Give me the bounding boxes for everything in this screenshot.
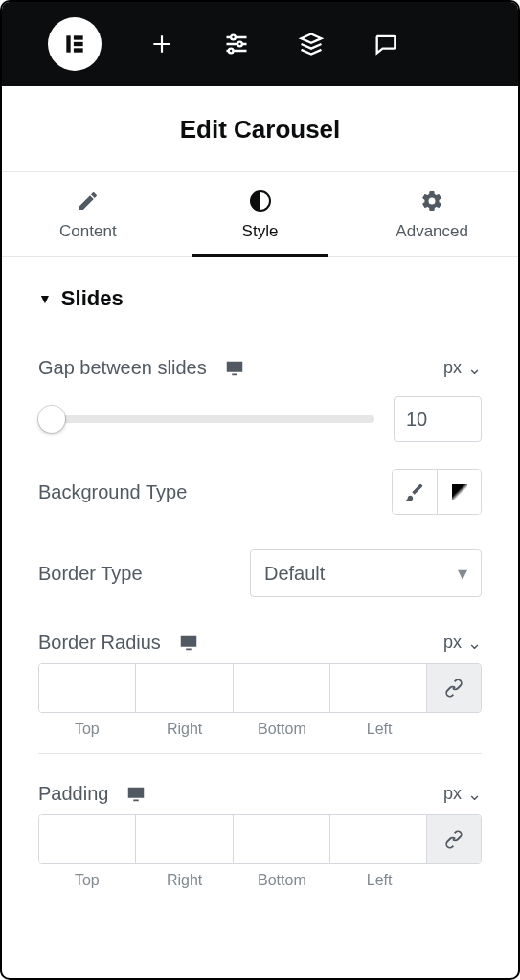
brush-icon	[404, 481, 425, 502]
gap-unit-select[interactable]: px ⌄	[443, 358, 482, 379]
border-radius-unit-select[interactable]: px ⌄	[443, 633, 482, 654]
gradient-icon	[452, 484, 467, 500]
svg-rect-0	[66, 35, 70, 52]
desktop-icon[interactable]	[125, 784, 147, 805]
side-label: Left	[330, 872, 428, 889]
padding-link-button[interactable]	[427, 815, 481, 863]
border-radius-top[interactable]	[39, 664, 135, 712]
half-circle-icon	[249, 189, 272, 212]
tab-label: Style	[242, 222, 279, 241]
svg-rect-2	[74, 42, 83, 46]
separator	[38, 753, 482, 754]
padding-bottom[interactable]	[234, 815, 329, 863]
unit-label: px	[443, 358, 462, 378]
chevron-down-icon: ⌄	[467, 784, 482, 805]
svg-point-5	[231, 35, 236, 40]
svg-rect-1	[74, 35, 83, 39]
svg-point-7	[237, 42, 242, 47]
gap-row: Gap between slides px ⌄	[38, 340, 482, 396]
gap-label: Gap between slides	[38, 357, 207, 379]
side-label: Right	[136, 721, 234, 738]
pencil-icon	[77, 189, 100, 212]
padding-side-labels: Top Right Bottom Left	[38, 872, 482, 889]
link-icon	[443, 678, 464, 699]
padding-label: Padding	[38, 783, 108, 805]
bg-type-row: Background Type	[38, 452, 482, 532]
padding-inputs	[38, 814, 482, 864]
desktop-icon[interactable]	[224, 358, 245, 379]
elementor-logo[interactable]	[48, 17, 102, 71]
gap-slider[interactable]	[38, 405, 374, 434]
padding-right[interactable]	[136, 815, 232, 863]
border-type-row: Border Type Default ▾	[38, 532, 482, 614]
chat-icon[interactable]	[372, 30, 400, 58]
side-label: Top	[38, 872, 136, 889]
padding-top[interactable]	[39, 815, 135, 863]
tab-advanced[interactable]: Advanced	[346, 172, 518, 256]
desktop-icon[interactable]	[178, 633, 199, 654]
tab-content[interactable]: Content	[2, 172, 174, 256]
border-radius-bottom[interactable]	[234, 664, 329, 712]
tab-label: Advanced	[396, 222, 468, 241]
unit-label: px	[443, 784, 462, 804]
panel-body: ▼ Slides Gap between slides px ⌄ Backgro…	[2, 257, 518, 933]
side-label: Top	[38, 721, 136, 738]
border-radius-side-labels: Top Right Bottom Left	[38, 721, 482, 738]
border-radius-inputs	[38, 663, 482, 713]
side-label: Left	[330, 721, 428, 738]
padding-row: Padding px ⌄	[38, 766, 482, 811]
chevron-down-icon: ▾	[458, 562, 467, 585]
gap-value-input[interactable]	[394, 396, 482, 442]
side-label: Bottom	[234, 721, 331, 738]
bg-type-group	[392, 469, 482, 515]
tabs: Content Style Advanced	[2, 171, 518, 257]
gear-icon	[420, 189, 443, 212]
gap-slider-row	[38, 396, 482, 442]
svg-point-9	[229, 49, 234, 54]
border-type-select[interactable]: Default ▾	[250, 549, 482, 597]
settings-sliders-icon[interactable]	[222, 30, 251, 58]
bg-classic-button[interactable]	[393, 470, 437, 514]
bg-gradient-button[interactable]	[437, 470, 481, 514]
top-bar	[2, 2, 518, 86]
tab-style[interactable]: Style	[174, 172, 347, 256]
border-radius-left[interactable]	[330, 664, 426, 712]
slider-thumb[interactable]	[38, 406, 65, 433]
side-label: Bottom	[234, 872, 331, 889]
svg-rect-3	[74, 48, 83, 52]
border-radius-link-button[interactable]	[427, 664, 481, 712]
bg-type-label: Background Type	[38, 481, 187, 503]
panel-title: Edit Carousel	[2, 86, 518, 171]
select-value: Default	[264, 563, 325, 585]
chevron-down-icon: ⌄	[467, 633, 482, 654]
slider-track	[38, 415, 374, 423]
structure-icon[interactable]	[297, 30, 326, 58]
border-type-label: Border Type	[38, 563, 143, 585]
section-slides-header[interactable]: ▼ Slides	[38, 286, 482, 311]
chevron-down-icon: ⌄	[467, 358, 482, 379]
border-radius-row: Border Radius px ⌄	[38, 614, 482, 659]
link-icon	[443, 829, 464, 850]
padding-left[interactable]	[330, 815, 426, 863]
add-icon[interactable]	[147, 30, 176, 58]
tab-label: Content	[59, 222, 117, 241]
unit-label: px	[443, 633, 462, 653]
padding-unit-select[interactable]: px ⌄	[443, 784, 482, 805]
caret-down-icon: ▼	[38, 291, 52, 306]
border-radius-label: Border Radius	[38, 632, 161, 654]
side-label: Right	[136, 872, 234, 889]
border-radius-right[interactable]	[136, 664, 232, 712]
section-title: Slides	[61, 286, 124, 311]
